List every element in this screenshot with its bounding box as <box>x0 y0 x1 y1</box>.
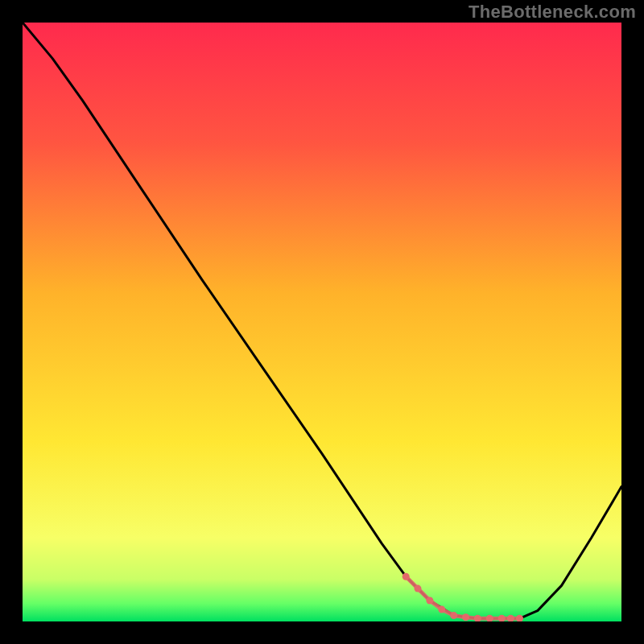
bottleneck-chart <box>23 23 621 621</box>
valley-dot <box>426 597 433 605</box>
plot-area <box>23 23 621 621</box>
gradient-background <box>23 23 621 621</box>
valley-dot <box>462 613 469 621</box>
valley-dot <box>450 612 457 619</box>
chart-frame: TheBottleneck.com <box>0 0 644 644</box>
watermark-text: TheBottleneck.com <box>469 2 636 23</box>
valley-dot <box>438 606 445 613</box>
valley-dot <box>402 573 410 580</box>
valley-dot <box>415 585 422 592</box>
